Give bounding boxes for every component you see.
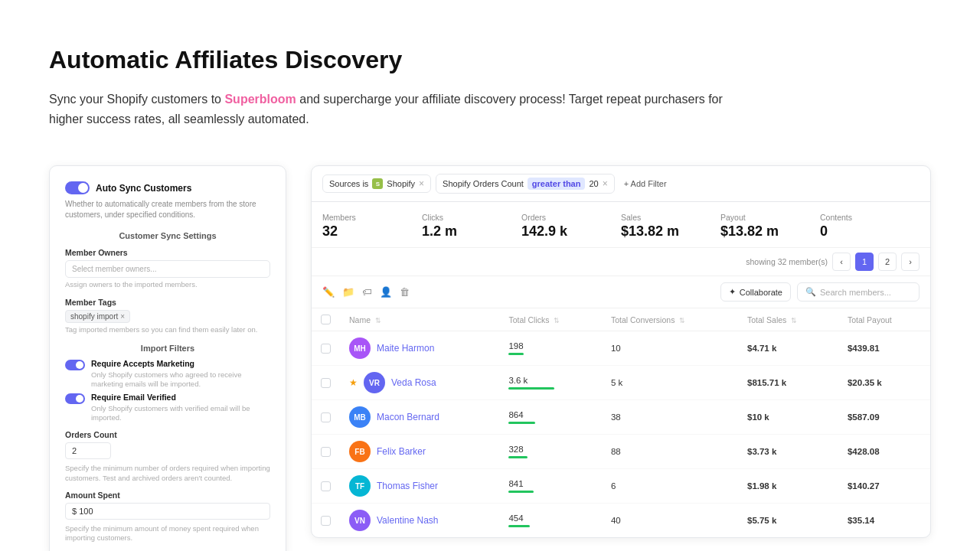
row-clicks-cell-4: 841 [499,469,602,504]
table-row: TF Thomas Fisher 841 6 $1.98 k $140.27 [312,469,930,504]
member-name-5[interactable]: Valentine Nash [377,515,439,526]
header-checkbox[interactable] [321,315,331,324]
amount-spent-input[interactable] [65,503,270,520]
row-clicks-cell-5: 454 [499,504,602,538]
page-1-button[interactable]: 1 [855,253,874,271]
page-title: Automatic Affiliates Discovery [49,46,931,74]
person-icon[interactable]: 👤 [380,286,392,298]
row-checkbox-5[interactable] [321,516,331,526]
row-checkbox-4[interactable] [321,481,331,491]
table-body: MH Maite Harmon 198 10 $4.71 k $439.81 ★… [312,331,930,538]
avatar-1: VR [364,372,385,393]
auto-sync-toggle[interactable] [65,181,90,194]
row-sales-cell-0: $4.71 k [738,331,838,366]
row-name-cell-4: TF Thomas Fisher [340,469,499,504]
avatar-4: TF [349,475,371,497]
subtitle: Sync your Shopify customers to Superbloo… [49,90,738,129]
subtitle-before: Sync your Shopify customers to [49,93,224,106]
tag-remove-icon[interactable]: × [120,312,125,321]
member-owners-input[interactable]: Select member owners... [65,260,270,278]
folder-icon[interactable]: 📁 [342,286,354,298]
contents-label: Contents [820,213,920,222]
row-clicks-cell-1: 3.6 k [499,366,602,400]
row-checkbox-0[interactable] [321,344,331,354]
payout-label: Payout [720,213,820,222]
row-clicks-cell-3: 328 [499,435,602,469]
filter-sources-remove[interactable]: × [419,178,424,189]
clicks-bar-1 [508,387,554,390]
toolbar-icons: ✏️ 📁 🏷 👤 🗑 [322,286,410,298]
req-email-label: Require Email Verified [91,393,270,402]
search-placeholder: Search members... [820,288,891,297]
col-total-payout[interactable]: Total Payout [838,308,930,331]
filter-orders-remove[interactable]: × [603,178,608,189]
member-name-3[interactable]: Felix Barker [377,446,426,457]
row-name-cell-2: MB Macon Bernard [340,400,499,435]
delete-icon[interactable]: 🗑 [400,286,410,298]
row-payout-cell-5: $35.14 [838,504,930,538]
orders-label: Orders [521,213,621,222]
row-sales-cell-3: $3.73 k [738,435,838,469]
filter-sources[interactable]: Sources is S Shopify × [322,174,431,193]
req-marketing-row: Require Accepts Marketing Only Shopify c… [65,359,270,390]
req-marketing-toggle[interactable] [65,360,85,370]
row-checkbox-3[interactable] [321,447,331,457]
clicks-bar-2 [508,422,535,424]
prev-page-button[interactable]: ‹ [832,253,851,271]
toolbar-row: ✏️ 📁 🏷 👤 🗑 ✦ Collaborate 🔍 Search member… [312,276,930,308]
orders-count-sub: Specify the minimum number of orders req… [65,464,270,483]
member-tags-label: Member Tags [65,298,270,307]
member-name-2[interactable]: Macon Bernard [377,412,439,422]
col-total-conversions[interactable]: Total Conversions ⇅ [602,308,738,331]
table-header: Name ⇅ Total Clicks ⇅ Total Conversions … [312,308,930,331]
next-page-button[interactable]: › [901,253,920,271]
row-name-cell-0: MH Maite Harmon [340,331,499,366]
add-filter-button[interactable]: + Add Filter [619,176,671,191]
row-clicks-cell-2: 864 [499,400,602,435]
shopify-import-tag[interactable]: shopify import × [65,310,130,323]
orders-count-input[interactable] [65,442,111,459]
row-conversions-cell-0: 10 [602,331,738,366]
stat-members: Members 32 [322,213,422,240]
collaborate-button[interactable]: ✦ Collaborate [720,282,791,302]
row-payout-cell-3: $428.08 [838,435,930,469]
member-name-4[interactable]: Thomas Fisher [377,481,438,491]
row-checkbox-cell-0 [312,331,340,366]
row-sales-cell-2: $10 k [738,400,838,435]
member-name-1[interactable]: Veda Rosa [391,377,436,388]
req-email-desc: Only Shopify customers with verified ema… [91,404,270,423]
filter-orders-operator: greater than [528,178,586,190]
table-row: FB Felix Barker 328 88 $3.73 k $428.08 [312,435,930,469]
edit-icon[interactable]: ✏️ [322,286,335,298]
avatar-2: MB [349,406,371,428]
col-total-clicks[interactable]: Total Clicks ⇅ [499,308,602,331]
filter-orders[interactable]: Shopify Orders Count greater than 20 × [436,174,615,194]
auto-sync-toggle-row: Auto Sync Customers [65,181,270,194]
row-checkbox-1[interactable] [321,378,331,388]
tag-row: shopify import × [65,310,270,323]
req-email-toggle[interactable] [65,393,85,404]
req-marketing-label: Require Accepts Marketing [91,359,270,368]
col-name[interactable]: Name ⇅ [340,308,499,331]
row-name-cell-3: FB Felix Barker [340,435,499,469]
tag-icon[interactable]: 🏷 [362,286,372,298]
member-name-0[interactable]: Maite Harmon [377,343,434,354]
stat-payout: Payout $13.82 m [720,213,820,240]
page-2-button[interactable]: 2 [878,253,897,271]
customer-sync-settings-title: Customer Sync Settings [65,231,270,240]
stat-clicks: Clicks 1.2 m [422,213,521,240]
shopify-icon: S [372,178,383,189]
col-total-sales[interactable]: Total Sales ⇅ [738,308,838,331]
members-table: Name ⇅ Total Clicks ⇅ Total Conversions … [312,308,930,537]
row-sales-cell-5: $5.75 k [738,504,838,538]
sales-label: Sales [621,213,720,222]
search-members-box[interactable]: 🔍 Search members... [797,282,920,302]
clicks-label: Clicks [422,213,521,222]
filter-sources-value: Shopify [387,179,415,188]
showing-text: showing 32 member(s) [746,257,828,266]
sales-value: $13.82 m [621,223,720,240]
row-conversions-cell-1: 5 k [602,366,738,400]
table-row: MB Macon Bernard 864 38 $10 k $587.09 [312,400,930,435]
row-checkbox-2[interactable] [321,412,331,422]
table-row: ★ VR Veda Rosa 3.6 k 5 k $815.71 k $20.3… [312,366,930,400]
